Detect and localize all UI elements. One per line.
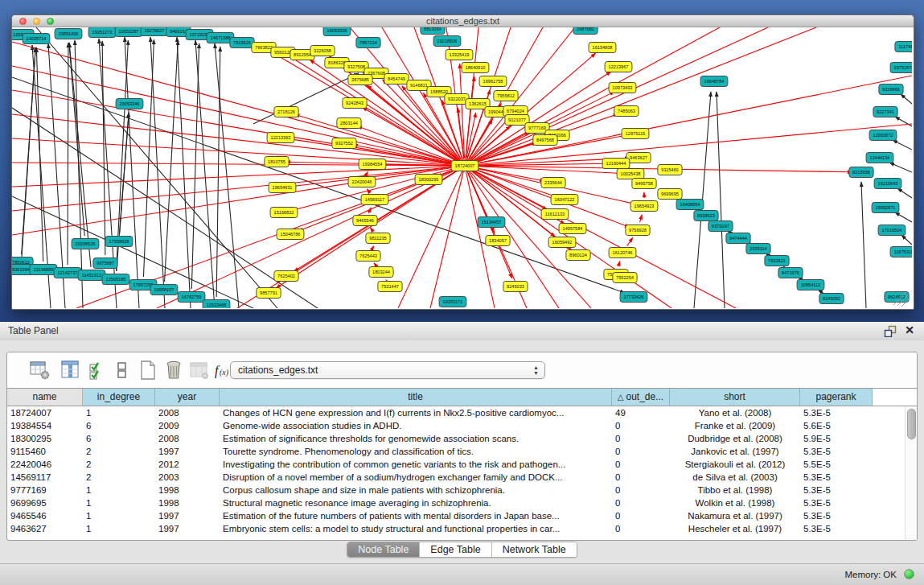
graph-node-label: 16408954 (680, 202, 700, 207)
table-row[interactable]: 1872400712008Changes of HCN gene express… (7, 406, 917, 419)
column-header-year[interactable]: year (155, 389, 220, 406)
graph-edge[interactable] (889, 163, 912, 172)
graph-edge[interactable] (374, 263, 376, 266)
memory-ok-indicator[interactable] (904, 569, 914, 579)
graph-node-label: 9245052 (823, 296, 840, 301)
table-cell-in_degree: 1 (83, 496, 155, 509)
tab-edge-table[interactable]: Edge Table (420, 542, 491, 557)
table-cell-title: Genome-wide association studies in ADHD. (220, 419, 612, 432)
graph-edge[interactable] (165, 40, 179, 282)
graph-edge[interactable] (12, 166, 465, 211)
graph-node-label: 12093872 (873, 133, 893, 138)
vertical-scrollbar[interactable] (905, 406, 917, 540)
graph-node-label: 10958107 (154, 287, 175, 292)
table-cell-pagerank: 5.3E-5 (800, 484, 873, 496)
graph-edge[interactable] (465, 76, 912, 166)
table-row[interactable]: 946362711997Embryonic stem cells: a mode… (7, 522, 917, 535)
create-column-icon[interactable] (138, 360, 158, 381)
graph-edge[interactable] (901, 94, 912, 104)
graph-edge[interactable] (897, 188, 912, 198)
attribute-table: namein_degreeyeartitle△out_de...shortpag… (7, 388, 917, 540)
table-selector-dropdown[interactable]: citations_edges.txt ▲▼ (230, 361, 545, 379)
table-cell-pagerank: 5.3E-5 (800, 496, 873, 509)
network-view-window[interactable]: citations_edges.txt 18724007183002951255… (11, 14, 914, 310)
table-row[interactable]: 977716911998Corpus callosum shape and si… (7, 484, 917, 496)
graph-node-label: 14035714 (27, 36, 47, 41)
table-cell-in_degree: 2 (83, 471, 155, 484)
graph-edge[interactable] (69, 43, 84, 236)
graph-node-label: 20891406 (59, 31, 79, 36)
float-panel-icon[interactable] (884, 325, 897, 337)
graph-edge[interactable] (370, 228, 373, 232)
graph-edge[interactable] (22, 47, 36, 254)
tab-node-table[interactable]: Node Table (347, 542, 420, 557)
table-row[interactable]: 2242004622012Investigating the contribut… (7, 458, 917, 471)
graph-edge[interactable] (143, 39, 154, 277)
graph-edge[interactable] (69, 43, 91, 267)
table-cell-in_degree: 6 (83, 432, 155, 445)
close-panel-icon[interactable]: ✕ (905, 323, 914, 336)
graph-node-label: 18724007 (455, 163, 475, 168)
graph-node-label: 8454749 (388, 76, 405, 81)
attribute-table-container: f (x) citations_edges.txt ▲▼ namein_degr… (6, 352, 918, 541)
graph-edge[interactable] (901, 235, 912, 245)
delete-table-icon-disabled (189, 360, 210, 381)
graph-edge[interactable] (36, 27, 277, 308)
table-row[interactable]: 1456911722003Disruption of a novel membe… (7, 471, 917, 484)
window-titlebar[interactable]: citations_edges.txt (12, 15, 914, 27)
tab-network-table[interactable]: Network Table (492, 542, 577, 557)
graph-node-label: 14957584 (563, 226, 583, 231)
graph-node-label: 9857791 (260, 290, 277, 295)
table-cell-title: Investigating the contribution of common… (220, 458, 612, 471)
column-header-name[interactable]: name (7, 389, 83, 406)
network-graph[interactable]: 1872400718300295125540114035714208914061… (12, 27, 912, 308)
graph-edge[interactable] (36, 47, 43, 262)
graph-node-label: 11451912 (82, 273, 101, 278)
column-header-in_degree[interactable]: in_degree (83, 389, 155, 406)
graph-edge[interactable] (68, 43, 68, 265)
row-options-icon[interactable] (112, 360, 133, 381)
graph-edge[interactable] (191, 43, 199, 289)
table-options-icon[interactable] (30, 360, 51, 381)
column-header-out_de[interactable]: △out_de... (612, 389, 670, 406)
table-cell-year: 2009 (155, 419, 220, 432)
graph-edge[interactable] (372, 246, 374, 249)
network-workspace: citations_edges.txt 18724007183002951255… (0, 0, 924, 322)
graph-edge[interactable] (893, 140, 912, 150)
table-row[interactable]: 969969511998Structural magnetic resonanc… (7, 496, 917, 509)
graph-edge[interactable] (618, 262, 620, 267)
graph-node-label: 16047122 (555, 197, 575, 202)
graph-edge[interactable] (895, 212, 912, 222)
graph-node-label: 9245033 (507, 284, 524, 289)
select-columns-icon[interactable] (88, 360, 109, 381)
show-columns-icon[interactable] (60, 360, 81, 381)
graph-edge[interactable] (366, 171, 368, 175)
graph-node-label: 7932621 (768, 258, 786, 263)
graph-edge[interactable] (861, 182, 866, 308)
table-row[interactable]: 1830029562008Estimation of significance … (7, 432, 917, 445)
graph-edge[interactable] (627, 237, 633, 246)
graph-node-label: 8215958 (852, 170, 870, 175)
table-cell-short: de Silva et al. (2003) (670, 471, 800, 484)
scrollbar-thumb[interactable] (907, 409, 916, 439)
graph-node-label: 12923468 (207, 303, 227, 307)
graph-node-label: 6794024 (507, 109, 524, 113)
graph-edge[interactable] (430, 166, 465, 308)
delete-columns-icon[interactable] (163, 360, 184, 381)
graph-edge[interactable] (102, 41, 105, 255)
graph-edge[interactable] (466, 76, 474, 158)
column-header-title[interactable]: title (220, 389, 612, 406)
graph-edge[interactable] (640, 215, 643, 223)
graph-node-label: 12975115 (626, 131, 645, 136)
network-canvas[interactable]: 1872400718300295125540114035714208914061… (12, 27, 912, 308)
graph-edge[interactable] (157, 166, 465, 308)
graph-edge[interactable] (125, 37, 139, 308)
column-header-short[interactable]: short (670, 389, 800, 406)
table-row[interactable]: 1938455462009Genome-wide association stu… (7, 419, 917, 432)
graph-edge[interactable] (465, 27, 575, 166)
column-header-pagerank[interactable]: pagerank (800, 389, 873, 406)
graph-node-label: 9327508 (347, 64, 365, 69)
table-row[interactable]: 911546021997Tourette syndrome. Phenomeno… (7, 445, 917, 458)
table-row[interactable]: 946554611997Estimation of the future num… (7, 509, 917, 522)
graph-edge[interactable] (717, 92, 725, 308)
